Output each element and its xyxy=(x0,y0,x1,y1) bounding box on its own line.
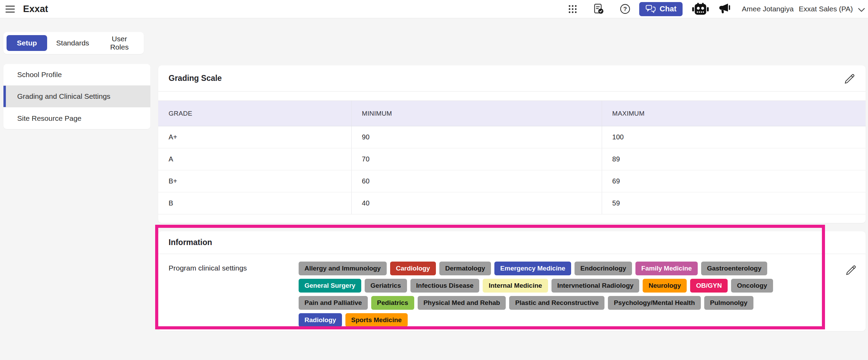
clinical-setting-chip-pain-and-palliative: Pain and Palliative xyxy=(299,296,368,310)
table-cell: 60 xyxy=(351,170,602,192)
clinical-setting-chip-pediatrics: Pediatrics xyxy=(371,296,414,310)
chip-row: Allergy and ImmunologyCardiologyDermatol… xyxy=(299,262,773,275)
clinical-settings-chips: Allergy and ImmunologyCardiologyDermatol… xyxy=(299,262,773,327)
edit-grading-pencil-icon[interactable] xyxy=(844,72,856,85)
clinical-setting-chip-geriatrics: Geriatrics xyxy=(365,279,407,293)
table-cell: 40 xyxy=(351,192,602,214)
sidebar-item-school-profile[interactable]: School Profile xyxy=(3,64,150,86)
tab-setup[interactable]: Setup xyxy=(7,35,47,51)
document-check-icon[interactable] xyxy=(593,3,604,14)
clinical-setting-chip-pulmonolgy: Pulmonolgy xyxy=(704,296,753,310)
chat-button-label: Chat xyxy=(660,4,676,13)
megaphone-icon[interactable] xyxy=(718,3,731,15)
clinical-setting-chip-ob-gyn: OB/GYN xyxy=(690,279,728,293)
svg-text:?: ? xyxy=(623,6,627,12)
clinical-setting-chip-intervnetional-radiology: Intervnetional Radiology xyxy=(551,279,640,293)
clinical-setting-chip-psychology-mental-health: Psychology/Mental Health xyxy=(608,296,700,310)
table-cell: 89 xyxy=(602,148,866,170)
clinical-setting-chip-family-medicine: Family Medicine xyxy=(635,262,698,275)
table-row: A7089 xyxy=(158,148,866,170)
chevron-down-icon xyxy=(858,8,865,12)
grading-scale-title: Grading Scale xyxy=(169,74,222,83)
grading-scale-header: Grading Scale xyxy=(158,65,866,92)
user-name: Amee Jotangiya xyxy=(742,5,794,13)
user-org: Exxat Sales (PA) xyxy=(799,5,853,13)
clinical-setting-chip-physical-med-and-rehab: Physical Med and Rehab xyxy=(418,296,506,310)
user-menu[interactable]: Amee Jotangiya Exxat Sales (PA) xyxy=(742,5,865,13)
table-cell: B+ xyxy=(158,170,351,192)
grading-scale-card: Grading Scale GRADEMINIMUMMAXIMUM A+9010… xyxy=(158,65,866,223)
clinical-setting-chip-emergency-medicine: Emergency Medicine xyxy=(494,262,571,275)
clinical-setting-chip-gastroenterology: Gastroenterology xyxy=(701,262,767,275)
clinical-setting-chip-radiology: Radiology xyxy=(299,313,342,327)
clinical-setting-chip-neurology: Neurology xyxy=(643,279,687,293)
information-card: Information Program clinical settings Al… xyxy=(158,231,866,331)
sidebar: School ProfileGrading and Clinical Setti… xyxy=(3,64,150,129)
app-logo: Exxat xyxy=(23,4,48,14)
program-clinical-settings-label: Program clinical settings xyxy=(169,262,299,272)
grading-table-body: A+90100A7089B+6069B4059 xyxy=(158,126,866,214)
table-cell: 70 xyxy=(351,148,602,170)
tab-bar: SetupStandardsUser Roles xyxy=(3,32,144,54)
chip-row: RadiologySports Medicine xyxy=(299,313,773,327)
clinical-setting-chip-sports-medicine: Sports Medicine xyxy=(345,313,408,327)
clinical-setting-chip-dermatology: Dermatology xyxy=(439,262,491,275)
grading-scale-table: GRADEMINIMUMMAXIMUM A+90100A7089B+6069B4… xyxy=(158,100,866,214)
menu-icon[interactable] xyxy=(6,6,15,13)
sidebar-item-site-resource-page[interactable]: Site Resource Page xyxy=(3,107,150,129)
information-body: Program clinical settings Allergy and Im… xyxy=(158,254,866,331)
clinical-setting-chip-infectious-disease: Infectious Disease xyxy=(410,279,480,293)
clinical-setting-chip-cardiology: Cardiology xyxy=(390,262,436,275)
chat-button[interactable]: Chat xyxy=(639,2,683,16)
table-cell: 69 xyxy=(602,170,866,192)
table-cell: A+ xyxy=(158,126,351,148)
column-header-minimum: MINIMUM xyxy=(351,101,602,126)
clinical-setting-chip-general-surgery: General Surgery xyxy=(299,279,361,293)
column-header-maximum: MAXIMUM xyxy=(602,101,866,126)
chip-row: General SurgeryGeriatricsInfectious Dise… xyxy=(299,279,773,293)
clinical-setting-chip-oncology: Oncology xyxy=(731,279,773,293)
edit-information-pencil-icon[interactable] xyxy=(845,264,857,276)
table-row: B4059 xyxy=(158,192,866,214)
clinical-setting-chip-endocrinology: Endocrinology xyxy=(575,262,632,275)
robot-icon[interactable] xyxy=(692,3,709,15)
grading-table-header-row: GRADEMINIMUMMAXIMUM xyxy=(158,101,866,126)
information-header: Information xyxy=(158,231,866,254)
help-icon[interactable]: ? xyxy=(620,4,630,14)
tab-standards[interactable]: Standards xyxy=(47,35,98,51)
chip-row: Pain and PalliativePediatricsPhysical Me… xyxy=(299,296,773,310)
column-header-grade: GRADE xyxy=(158,101,351,126)
clinical-setting-chip-plastic-and-reconstructive: Plastic and Reconstructive xyxy=(509,296,604,310)
table-row: B+6069 xyxy=(158,170,866,192)
clinical-setting-chip-internal-medicine: Internal Medicine xyxy=(483,279,548,293)
table-cell: B xyxy=(158,192,351,214)
table-cell: 90 xyxy=(351,126,602,148)
table-cell: 59 xyxy=(602,192,866,214)
clinical-setting-chip-allergy-and-immunology: Allergy and Immunology xyxy=(299,262,387,275)
chat-icon xyxy=(645,4,656,14)
top-bar: Exxat ? xyxy=(0,0,868,18)
tab-user-roles[interactable]: User Roles xyxy=(98,35,141,51)
table-cell: A xyxy=(158,148,351,170)
information-title: Information xyxy=(169,238,212,247)
sidebar-item-grading-and-clinical-settings[interactable]: Grading and Clinical Settings xyxy=(3,86,150,107)
table-cell: 100 xyxy=(602,126,866,148)
table-row: A+90100 xyxy=(158,126,866,148)
apps-grid-icon[interactable] xyxy=(568,4,577,14)
